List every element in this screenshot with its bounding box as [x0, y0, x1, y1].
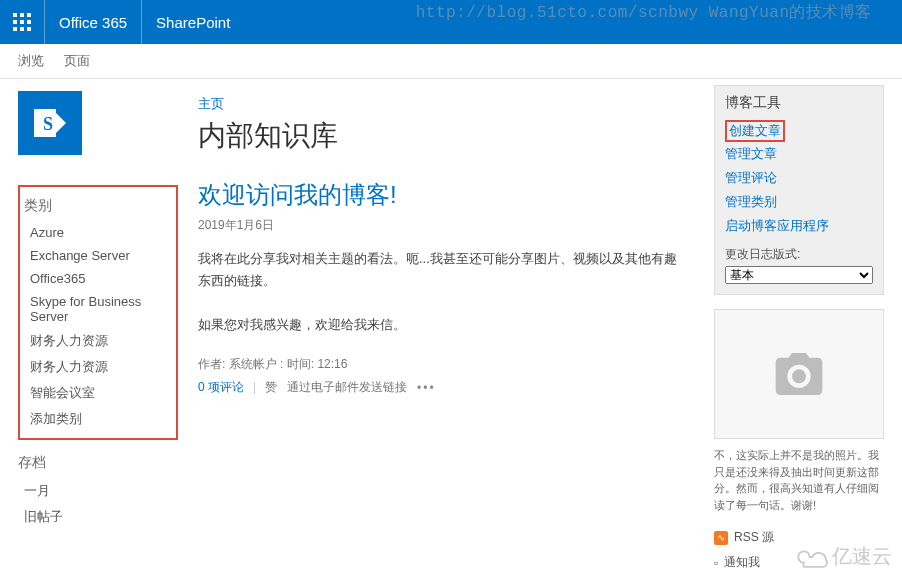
category-item[interactable]: Exchange Server — [24, 244, 172, 267]
manage-comments-link[interactable]: 管理评论 — [725, 166, 873, 190]
post-date: 2019年1月6日 — [198, 217, 684, 234]
post-body-line: 如果您对我感兴趣，欢迎给我来信。 — [198, 317, 406, 332]
category-item[interactable]: 财务人力资源 — [24, 354, 172, 380]
rss-link[interactable]: ∿ RSS 源 — [714, 529, 884, 546]
post-actions: 0 项评论 赞 通过电子邮件发送链接 ••• — [198, 379, 684, 396]
site-title: 内部知识库 — [198, 117, 684, 155]
category-item[interactable]: Azure — [24, 221, 172, 244]
add-category-link[interactable]: 添加类别 — [24, 406, 172, 432]
launch-blog-app-link[interactable]: 启动博客应用程序 — [725, 214, 873, 238]
sharepoint-site-logo[interactable]: S — [18, 91, 82, 155]
svg-rect-2 — [27, 13, 31, 17]
manage-posts-link[interactable]: 管理文章 — [725, 142, 873, 166]
svg-text:S: S — [43, 114, 53, 134]
category-item[interactable]: 智能会议室 — [24, 380, 172, 406]
svg-rect-7 — [20, 27, 24, 31]
svg-rect-8 — [27, 27, 31, 31]
layout-select[interactable]: 基本 — [725, 266, 873, 284]
nav-page[interactable]: 页面 — [64, 52, 90, 70]
blog-tools-heading: 博客工具 — [725, 94, 873, 112]
category-item[interactable]: Office365 — [24, 267, 172, 290]
brand-office365[interactable]: Office 365 — [44, 0, 141, 44]
categories-highlight-box: 类别 Azure Exchange Server Office365 Skype… — [18, 185, 178, 440]
right-column: 博客工具 创建文章 管理文章 管理评论 管理类别 启动博客应用程序 更改日志版式… — [714, 85, 884, 571]
ribbon-nav: 浏览 页面 — [0, 44, 902, 79]
separator — [254, 382, 255, 394]
like-link[interactable]: 赞 — [265, 379, 277, 396]
comments-link[interactable]: 0 项评论 — [198, 379, 244, 396]
about-photo-placeholder — [714, 309, 884, 439]
blog-tools-box: 博客工具 创建文章 管理文章 管理评论 管理类别 启动博客应用程序 更改日志版式… — [714, 85, 884, 295]
archive-item[interactable]: 旧帖子 — [18, 504, 178, 530]
app-launcher-icon[interactable] — [0, 0, 44, 44]
rss-label: RSS 源 — [734, 529, 774, 546]
left-column: S 类别 Azure Exchange Server Office365 Sky… — [18, 85, 178, 571]
camera-icon — [771, 346, 827, 402]
post-body-line: 我将在此分享我对相关主题的看法。呃...我甚至还可能分享图片、视频以及其他有趣东… — [198, 251, 677, 288]
svg-rect-1 — [20, 13, 24, 17]
about-photo-note: 不，这实际上并不是我的照片。我只是还没来得及抽出时间更新这部分。然而，很高兴知道… — [714, 447, 884, 513]
post-body: 我将在此分享我对相关主题的看法。呃...我甚至还可能分享图片、视频以及其他有趣东… — [198, 248, 684, 336]
suite-top-bar: Office 365 SharePoint — [0, 0, 902, 44]
category-item[interactable]: Skype for Business Server — [24, 290, 172, 328]
rss-icon: ∿ — [714, 531, 728, 545]
archive-heading: 存档 — [18, 454, 178, 472]
notify-label: 通知我 — [724, 554, 760, 571]
svg-rect-6 — [13, 27, 17, 31]
post-time-value: 12:16 — [317, 357, 347, 371]
brand-sharepoint[interactable]: SharePoint — [141, 0, 244, 44]
svg-rect-3 — [13, 20, 17, 24]
post-title-link[interactable]: 欢迎访问我的博客! — [198, 179, 684, 211]
more-actions-icon[interactable]: ••• — [417, 381, 436, 395]
email-link[interactable]: 通过电子邮件发送链接 — [287, 379, 407, 396]
categories-heading: 类别 — [24, 197, 172, 215]
create-post-link[interactable]: 创建文章 — [725, 120, 785, 142]
post-time-label: 时间: — [287, 357, 314, 371]
notify-me-link[interactable]: ▫ 通知我 — [714, 554, 884, 571]
nav-browse[interactable]: 浏览 — [18, 52, 44, 70]
box-icon: ▫ — [714, 556, 718, 570]
post-author: 作者: 系统帐户 : — [198, 357, 283, 371]
post-meta: 作者: 系统帐户 : 时间: 12:16 — [198, 356, 684, 373]
main-content: 主页 内部知识库 欢迎访问我的博客! 2019年1月6日 我将在此分享我对相关主… — [198, 85, 694, 571]
svg-rect-5 — [27, 20, 31, 24]
layout-label: 更改日志版式: — [725, 246, 873, 263]
breadcrumb-home[interactable]: 主页 — [198, 95, 224, 113]
category-item[interactable]: 财务人力资源 — [24, 328, 172, 354]
svg-rect-4 — [20, 20, 24, 24]
manage-categories-link[interactable]: 管理类别 — [725, 190, 873, 214]
svg-rect-0 — [13, 13, 17, 17]
archive-item[interactable]: 一月 — [18, 478, 178, 504]
